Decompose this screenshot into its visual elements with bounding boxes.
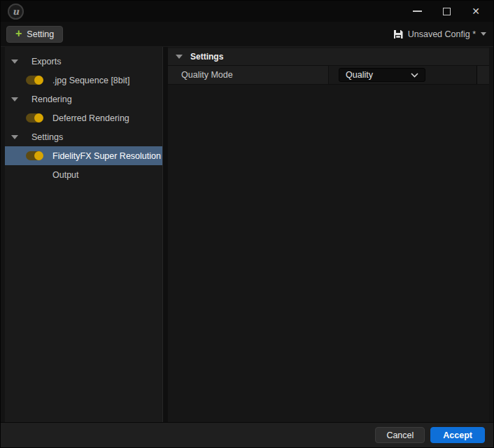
- details-panel: Settings Quality Mode Quality: [168, 47, 489, 422]
- group-label: Exports: [31, 57, 61, 66]
- footer-bar: Cancel Accept: [1, 422, 493, 447]
- sidebar-item-output[interactable]: Output: [5, 165, 162, 184]
- caret-down-icon[interactable]: [11, 97, 18, 102]
- plus-icon: +: [15, 28, 22, 39]
- add-setting-label: Setting: [27, 29, 54, 39]
- cancel-button[interactable]: Cancel: [375, 427, 425, 443]
- close-icon: ✕: [472, 6, 480, 16]
- toggle-knob: [34, 76, 43, 85]
- config-name-label: Unsaved Config *: [408, 29, 476, 39]
- sidebar-item-fidelityfx-super-resolution[interactable]: FidelityFX Super Resolution: [5, 146, 162, 165]
- window-controls: ✕: [398, 3, 486, 20]
- minimize-icon: [413, 10, 422, 12]
- save-icon: [393, 29, 403, 39]
- sidebar-group-rendering[interactable]: Rendering: [5, 90, 162, 108]
- title-bar: u ✕: [1, 1, 493, 22]
- add-setting-button[interactable]: + Setting: [6, 26, 63, 43]
- chevron-down-icon: [411, 73, 418, 78]
- unreal-engine-logo-icon: u: [8, 4, 24, 20]
- group-label: Rendering: [31, 94, 72, 104]
- accept-button[interactable]: Accept: [430, 427, 485, 443]
- details-section-header[interactable]: Settings: [168, 48, 489, 66]
- sidebar-item-deferred-rendering[interactable]: Deferred Rendering: [5, 108, 162, 127]
- group-label: Settings: [31, 132, 63, 142]
- movie-render-queue-settings-window: u ✕ + Setting Unsaved Co: [0, 0, 494, 448]
- close-button[interactable]: ✕: [465, 3, 486, 20]
- item-label: Output: [52, 170, 79, 180]
- sidebar-group-exports[interactable]: Exports: [5, 52, 162, 71]
- caret-down-icon[interactable]: [11, 59, 18, 64]
- sidebar-item-jpg-sequence[interactable]: .jpg Sequence [8bit]: [5, 71, 162, 90]
- caret-down-icon[interactable]: [176, 55, 183, 59]
- quality-mode-dropdown[interactable]: Quality: [339, 68, 425, 82]
- sidebar-group-settings[interactable]: Settings: [5, 127, 162, 146]
- config-preset-dropdown[interactable]: Unsaved Config *: [392, 28, 488, 41]
- details-empty-area: [168, 85, 489, 422]
- panel-splitter[interactable]: [162, 47, 168, 422]
- property-value-cell: Quality: [329, 66, 477, 84]
- toggle-switch[interactable]: [26, 113, 43, 122]
- minimize-button[interactable]: [407, 3, 428, 20]
- property-row-end-gutter: [477, 66, 489, 84]
- item-label: Deferred Rendering: [52, 113, 129, 123]
- dropdown-value: Quality: [346, 70, 373, 80]
- caret-down-icon: [481, 32, 486, 36]
- property-row-quality-mode: Quality Mode Quality: [168, 66, 489, 85]
- item-label: FidelityFX Super Resolution: [52, 151, 161, 161]
- item-label: .jpg Sequence [8bit]: [52, 76, 130, 85]
- section-header-label: Settings: [190, 52, 223, 62]
- toolbar: + Setting Unsaved Config *: [1, 22, 493, 47]
- toggle-knob: [34, 151, 43, 160]
- maximize-icon: [443, 8, 451, 15]
- maximize-button[interactable]: [436, 3, 457, 20]
- toggle-knob: [34, 113, 43, 122]
- toggle-switch[interactable]: [26, 76, 43, 85]
- property-label: Quality Mode: [181, 70, 233, 80]
- property-label-cell: Quality Mode: [168, 66, 329, 84]
- main-content: Exports .jpg Sequence [8bit] Rendering D…: [1, 47, 493, 422]
- settings-tree-panel: Exports .jpg Sequence [8bit] Rendering D…: [5, 47, 162, 422]
- caret-down-icon[interactable]: [11, 135, 18, 139]
- toggle-switch[interactable]: [26, 151, 43, 160]
